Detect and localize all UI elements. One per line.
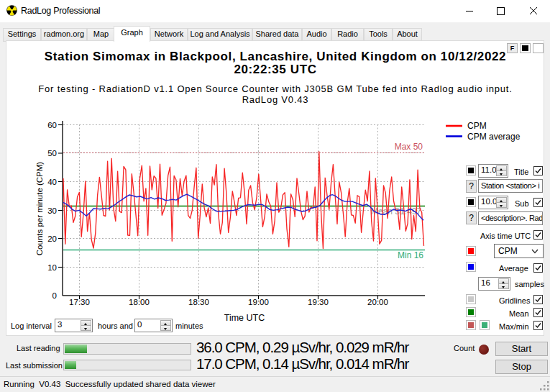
svg-text:17:30: 17:30 xyxy=(69,298,90,306)
svg-text:20:00: 20:00 xyxy=(367,298,388,306)
svg-text:30: 30 xyxy=(47,206,57,215)
svg-text:40: 40 xyxy=(47,178,57,186)
svg-text:Counts per minute (CPM): Counts per minute (CPM) xyxy=(35,162,44,256)
svg-text:60: 60 xyxy=(47,121,57,129)
svg-text:Time UTC: Time UTC xyxy=(224,313,265,323)
svg-text:18:30: 18:30 xyxy=(188,298,209,306)
svg-text:Max 50: Max 50 xyxy=(395,142,423,152)
svg-text:Min 16: Min 16 xyxy=(398,250,423,260)
svg-text:19:00: 19:00 xyxy=(248,298,269,306)
svg-text:CPM: CPM xyxy=(467,121,487,131)
svg-text:18:00: 18:00 xyxy=(129,298,150,306)
svg-text:10: 10 xyxy=(47,263,57,272)
svg-text:CPM average: CPM average xyxy=(467,132,521,142)
svg-text:19:30: 19:30 xyxy=(308,298,329,306)
svg-text:20: 20 xyxy=(47,234,57,243)
svg-text:0: 0 xyxy=(52,291,57,300)
svg-text:50: 50 xyxy=(47,149,57,158)
